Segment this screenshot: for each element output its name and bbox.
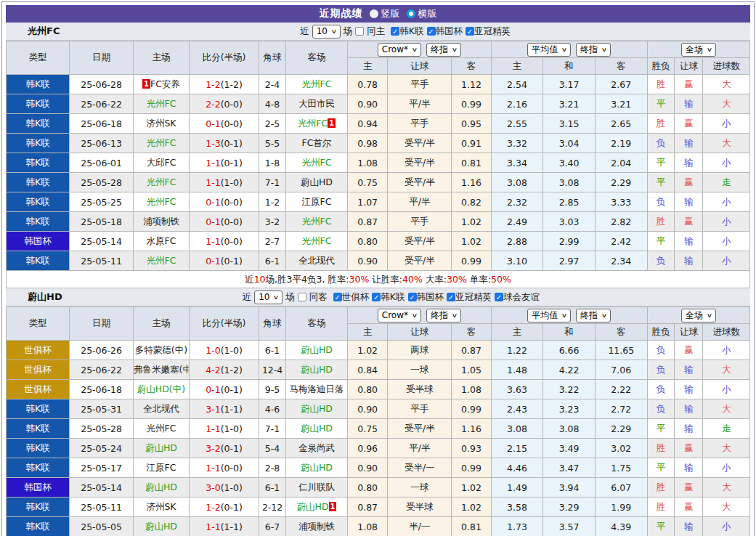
home-odds-cell: 0.84 bbox=[347, 360, 387, 380]
league-checkbox[interactable]: ✓ bbox=[427, 27, 436, 36]
games-count-select[interactable]: 10∨ bbox=[312, 25, 341, 38]
handicap-cell: 受半球 bbox=[388, 380, 452, 399]
radio-selected-icon[interactable] bbox=[407, 9, 415, 18]
away-team-cell: 浦项制铁 bbox=[286, 517, 348, 536]
match-date-cell: 25-05-18 bbox=[70, 212, 134, 232]
league-checkbox[interactable]: ✓ bbox=[408, 293, 417, 301]
fulltime-select[interactable]: 全场∨ bbox=[681, 309, 716, 322]
handicap-cell: 受平/半 bbox=[388, 232, 452, 251]
goals-result-cell: 大 bbox=[703, 134, 750, 153]
page-frame: 近期战绩 竖版 横版 光州FC 近 10∨ 场 同主 ✓韩K联✓韩国杯✓亚冠精英 bbox=[1, 1, 755, 536]
result-cell: 胜 bbox=[647, 439, 675, 458]
result-cell: 胜 bbox=[647, 75, 675, 94]
layout-radio-vertical[interactable]: 竖版 bbox=[370, 7, 400, 20]
layout-radio-horizontal[interactable]: 横版 bbox=[407, 7, 437, 20]
handicap-cell: 半/一 bbox=[388, 517, 452, 536]
fulltime-group-header: 全场∨ bbox=[647, 307, 749, 324]
col-header-score: 比分(半场) bbox=[189, 307, 259, 341]
handicap-result-cell: 赢 bbox=[675, 498, 703, 517]
score-cell: 1-1(1-0) bbox=[189, 419, 259, 439]
avg-away-cell: 1.99 bbox=[595, 498, 647, 517]
league-label: 球会友谊 bbox=[503, 291, 540, 304]
away-team-cell: 蔚山HD bbox=[286, 458, 348, 478]
match-type-cell: 世俱杯 bbox=[7, 341, 70, 360]
handicap-cell: 两球 bbox=[388, 341, 452, 360]
away-team-cell: 光州FC bbox=[286, 212, 348, 232]
goals-result-cell: 小 bbox=[703, 212, 750, 232]
sub-header-result: 胜负 bbox=[647, 324, 675, 341]
odds-time-select-2[interactable]: 终指∨ bbox=[576, 43, 611, 57]
away-odds-cell: 1.02 bbox=[452, 478, 491, 498]
avg-draw-cell: 2.99 bbox=[543, 232, 596, 251]
avg-home-cell: 3.34 bbox=[491, 153, 543, 173]
average-select[interactable]: 平均值∨ bbox=[527, 43, 571, 57]
handicap-cell: 一球 bbox=[388, 478, 452, 498]
league-checkbox[interactable]: ✓ bbox=[495, 293, 503, 301]
match-date-cell: 25-06-22 bbox=[70, 94, 134, 114]
halftime-score: (1-0) bbox=[221, 345, 243, 356]
away-team-name: FC首尔 bbox=[302, 137, 332, 148]
same-venue-checkbox[interactable] bbox=[298, 293, 306, 301]
chevron-down-icon: ∨ bbox=[273, 294, 280, 301]
fulltime-score: 3-0 bbox=[206, 482, 220, 493]
league-checkbox[interactable]: ✓ bbox=[391, 27, 399, 36]
halftime-score: (0-0) bbox=[221, 99, 243, 110]
fulltime-score: 4-2 bbox=[206, 365, 220, 375]
handicap-cell: 受半球 bbox=[388, 498, 452, 517]
avg-home-cell: 1.48 bbox=[491, 360, 543, 380]
home-team-name: 弗鲁米嫩塞(中) bbox=[134, 364, 189, 375]
col-header-away: 客场 bbox=[286, 41, 348, 75]
games-count-select[interactable]: 10∨ bbox=[254, 291, 283, 304]
halftime-score: (0-0) bbox=[221, 236, 243, 247]
avg-home-cell: 2.15 bbox=[491, 439, 543, 458]
away-team-cell: FC首尔 bbox=[286, 134, 348, 153]
home-odds-cell: 0.75 bbox=[347, 419, 387, 439]
away-team-name: 蔚山HD bbox=[296, 501, 328, 512]
bookmaker-select[interactable]: Crow*∨ bbox=[378, 309, 421, 322]
same-venue-label: 同主 bbox=[367, 25, 385, 38]
league-checkbox[interactable]: ✓ bbox=[447, 293, 455, 301]
avg-away-cell: 2.72 bbox=[595, 399, 647, 419]
league-filter-list: ✓世俱杯✓韩K联✓韩国杯✓亚冠精英✓球会友谊 bbox=[330, 291, 540, 304]
competition-badge: 韩K联 bbox=[7, 153, 69, 172]
odds-time-select-2[interactable]: 终指∨ bbox=[576, 309, 611, 322]
match-date-cell: 25-06-28 bbox=[70, 75, 134, 94]
chevron-down-icon: ∨ bbox=[330, 28, 337, 35]
result-cell: 平 bbox=[647, 94, 675, 114]
halftime-score: (1-2) bbox=[221, 79, 243, 90]
goals-result-cell: 大 bbox=[703, 75, 750, 94]
match-date-cell: 25-05-25 bbox=[70, 192, 134, 212]
corner-cell: 5-5 bbox=[259, 134, 286, 153]
bookmaker-select[interactable]: Crow*∨ bbox=[378, 43, 421, 57]
away-team-cell: 马梅洛迪日落 bbox=[286, 380, 348, 399]
match-date-cell: 25-06-22 bbox=[70, 360, 134, 380]
fulltime-select[interactable]: 全场∨ bbox=[681, 43, 716, 57]
average-select[interactable]: 平均值∨ bbox=[527, 309, 571, 322]
handicap-result-cell: 赢 bbox=[675, 114, 703, 134]
score-cell: 2-2(0-0) bbox=[189, 94, 259, 114]
same-venue-checkbox[interactable] bbox=[355, 27, 364, 36]
matches-table: 类型 日期 主场 比分(半场) 角球 客场 Crow*∨ 终指∨ 平均值 bbox=[6, 41, 750, 271]
avg-away-cell: 3.33 bbox=[595, 192, 647, 212]
col-header-home: 主场 bbox=[134, 307, 190, 341]
home-team-cell: 济州SK bbox=[134, 498, 190, 517]
avg-home-cell: 2.43 bbox=[491, 399, 543, 419]
league-checkbox[interactable]: ✓ bbox=[333, 293, 342, 301]
handicap-result-cell: 输 bbox=[675, 251, 703, 271]
score-cell: 0-1(0-1) bbox=[189, 251, 259, 271]
away-odds-cell: 0.87 bbox=[452, 341, 491, 360]
corner-cell: 2-8 bbox=[259, 458, 286, 478]
result-cell: 平 bbox=[647, 153, 675, 173]
odds-time-select[interactable]: 终指∨ bbox=[426, 43, 461, 57]
odds-time-select[interactable]: 终指∨ bbox=[426, 309, 461, 322]
halftime-score: (1-2) bbox=[221, 365, 243, 375]
sub-header-handicap: 让球 bbox=[388, 58, 452, 75]
match-type-cell: 韩国杯 bbox=[7, 232, 70, 251]
league-checkbox[interactable]: ✓ bbox=[466, 27, 474, 36]
league-checkbox[interactable]: ✓ bbox=[372, 293, 381, 301]
radio-unselected-icon[interactable] bbox=[370, 9, 378, 18]
team-name: 蔚山HD bbox=[28, 291, 62, 304]
halftime-score: (0-1) bbox=[221, 502, 243, 513]
col-header-date: 日期 bbox=[70, 307, 134, 341]
handicap-cell: 平/半 bbox=[388, 192, 452, 212]
